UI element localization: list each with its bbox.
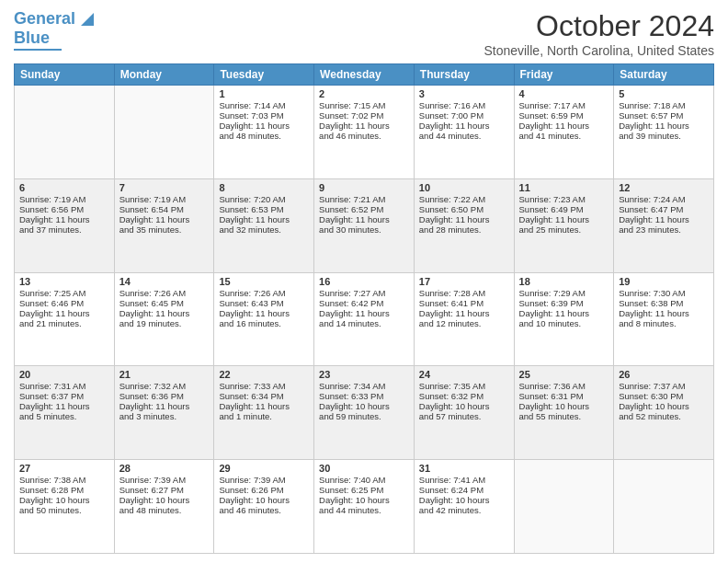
page: General Blue October 2024 Stoneville, No…: [0, 0, 728, 563]
day-info-line: Sunrise: 7:21 AM: [319, 194, 409, 204]
day-number: 26: [619, 369, 709, 380]
calendar-cell: 12Sunrise: 7:24 AMSunset: 6:47 PMDayligh…: [614, 178, 714, 272]
day-info-line: Sunrise: 7:14 AM: [219, 100, 309, 110]
day-info-line: and 21 minutes.: [19, 318, 109, 328]
day-number: 24: [419, 369, 509, 380]
day-info-line: Sunrise: 7:38 AM: [19, 475, 109, 485]
day-number: 9: [319, 182, 409, 193]
day-number: 28: [119, 463, 210, 474]
day-info-line: Daylight: 10 hours: [319, 495, 409, 505]
col-header-saturday: Saturday: [614, 64, 714, 86]
svg-marker-0: [81, 13, 94, 26]
day-info-line: and 19 minutes.: [119, 318, 210, 328]
day-info-line: Sunset: 6:36 PM: [119, 391, 210, 401]
calendar-cell: 19Sunrise: 7:30 AMSunset: 6:38 PMDayligh…: [614, 272, 714, 366]
day-number: 14: [119, 276, 210, 287]
calendar-cell: 11Sunrise: 7:23 AMSunset: 6:49 PMDayligh…: [514, 178, 614, 272]
day-info-line: and 12 minutes.: [419, 318, 509, 328]
col-header-sunday: Sunday: [15, 64, 115, 86]
month-title: October 2024: [483, 9, 714, 43]
calendar-week-row: 27Sunrise: 7:38 AMSunset: 6:28 PMDayligh…: [15, 460, 714, 554]
day-info-line: Daylight: 10 hours: [419, 401, 509, 411]
day-info-line: Sunset: 6:26 PM: [219, 485, 309, 495]
day-info-line: Sunset: 6:31 PM: [519, 391, 609, 401]
day-info-line: Sunrise: 7:17 AM: [519, 100, 609, 110]
calendar-cell: 29Sunrise: 7:39 AMSunset: 6:26 PMDayligh…: [214, 460, 314, 554]
day-number: 6: [19, 182, 109, 193]
day-info-line: Sunrise: 7:26 AM: [119, 288, 210, 298]
calendar-week-row: 13Sunrise: 7:25 AMSunset: 6:46 PMDayligh…: [15, 272, 714, 366]
day-info-line: and 57 minutes.: [419, 411, 509, 421]
calendar-cell: 18Sunrise: 7:29 AMSunset: 6:39 PMDayligh…: [514, 272, 614, 366]
day-info-line: and 46 minutes.: [219, 505, 309, 515]
calendar-cell: 7Sunrise: 7:19 AMSunset: 6:54 PMDaylight…: [114, 178, 214, 272]
day-info-line: Sunrise: 7:40 AM: [319, 475, 409, 485]
calendar-cell: 27Sunrise: 7:38 AMSunset: 6:28 PMDayligh…: [15, 460, 115, 554]
calendar-table: SundayMondayTuesdayWednesdayThursdayFrid…: [14, 63, 714, 554]
day-info-line: Sunset: 6:59 PM: [519, 110, 609, 121]
day-info-line: Sunrise: 7:24 AM: [619, 194, 709, 204]
day-info-line: Sunrise: 7:34 AM: [319, 381, 409, 391]
day-info-line: Sunrise: 7:29 AM: [519, 288, 609, 298]
calendar-cell: 4Sunrise: 7:17 AMSunset: 6:59 PMDaylight…: [514, 86, 614, 179]
header: General Blue October 2024 Stoneville, No…: [14, 9, 714, 58]
day-info-line: Daylight: 11 hours: [319, 308, 409, 318]
day-info-line: and 46 minutes.: [319, 131, 409, 141]
day-info-line: Sunrise: 7:26 AM: [219, 288, 309, 298]
day-info-line: Daylight: 11 hours: [19, 214, 109, 224]
day-info-line: and 25 minutes.: [519, 224, 609, 235]
day-info-line: Sunset: 6:25 PM: [319, 485, 409, 495]
day-info-line: Sunset: 6:47 PM: [619, 204, 709, 214]
day-info-line: Daylight: 11 hours: [219, 308, 309, 318]
day-info-line: Daylight: 10 hours: [619, 401, 709, 411]
day-info-line: Sunrise: 7:39 AM: [219, 475, 309, 485]
day-info-line: and 50 minutes.: [19, 505, 109, 515]
day-info-line: Sunrise: 7:28 AM: [419, 288, 509, 298]
day-info-line: Daylight: 11 hours: [119, 401, 210, 411]
calendar-cell: 20Sunrise: 7:31 AMSunset: 6:37 PMDayligh…: [15, 366, 115, 460]
day-info-line: Sunrise: 7:15 AM: [319, 100, 409, 110]
day-info-line: Sunrise: 7:36 AM: [519, 381, 609, 391]
calendar-cell: 23Sunrise: 7:34 AMSunset: 6:33 PMDayligh…: [314, 366, 415, 460]
day-info-line: Sunset: 6:39 PM: [519, 298, 609, 308]
calendar-cell: 8Sunrise: 7:20 AMSunset: 6:53 PMDaylight…: [214, 178, 314, 272]
calendar-cell: 6Sunrise: 7:19 AMSunset: 6:56 PMDaylight…: [15, 178, 115, 272]
calendar-cell: 31Sunrise: 7:41 AMSunset: 6:24 PMDayligh…: [414, 460, 514, 554]
day-number: 5: [619, 88, 709, 99]
day-info-line: Daylight: 11 hours: [19, 401, 109, 411]
day-info-line: Sunset: 6:34 PM: [219, 391, 309, 401]
day-info-line: Daylight: 11 hours: [219, 214, 309, 224]
calendar-week-row: 20Sunrise: 7:31 AMSunset: 6:37 PMDayligh…: [15, 366, 714, 460]
day-number: 20: [19, 369, 109, 380]
day-info-line: Daylight: 11 hours: [119, 308, 210, 318]
day-info-line: Daylight: 10 hours: [319, 401, 409, 411]
day-info-line: Sunset: 6:57 PM: [619, 110, 709, 121]
logo-general: General: [14, 9, 75, 28]
logo-underline: [14, 49, 62, 51]
day-number: 7: [119, 182, 210, 193]
day-info-line: Sunset: 6:24 PM: [419, 485, 509, 495]
day-number: 21: [119, 369, 210, 380]
day-info-line: Daylight: 10 hours: [519, 401, 609, 411]
day-number: 15: [219, 276, 309, 287]
day-number: 10: [419, 182, 509, 193]
day-info-line: Sunset: 6:50 PM: [419, 204, 509, 214]
day-info-line: and 48 minutes.: [119, 505, 210, 515]
calendar-cell: [114, 86, 214, 179]
day-info-line: Sunrise: 7:19 AM: [119, 194, 210, 204]
calendar-week-row: 1Sunrise: 7:14 AMSunset: 7:03 PMDaylight…: [15, 86, 714, 179]
day-number: 23: [319, 369, 409, 380]
col-header-monday: Monday: [114, 64, 214, 86]
day-info-line: Sunrise: 7:32 AM: [119, 381, 210, 391]
day-info-line: and 30 minutes.: [319, 224, 409, 235]
calendar-cell: [614, 460, 714, 554]
day-info-line: Sunset: 6:32 PM: [419, 391, 509, 401]
day-info-line: Daylight: 11 hours: [319, 214, 409, 224]
day-info-line: and 42 minutes.: [419, 505, 509, 515]
day-info-line: Sunrise: 7:18 AM: [619, 100, 709, 110]
day-info-line: Daylight: 11 hours: [319, 121, 409, 131]
day-number: 12: [619, 182, 709, 193]
day-info-line: Daylight: 11 hours: [519, 214, 609, 224]
day-number: 8: [219, 182, 309, 193]
calendar-cell: 15Sunrise: 7:26 AMSunset: 6:43 PMDayligh…: [214, 272, 314, 366]
